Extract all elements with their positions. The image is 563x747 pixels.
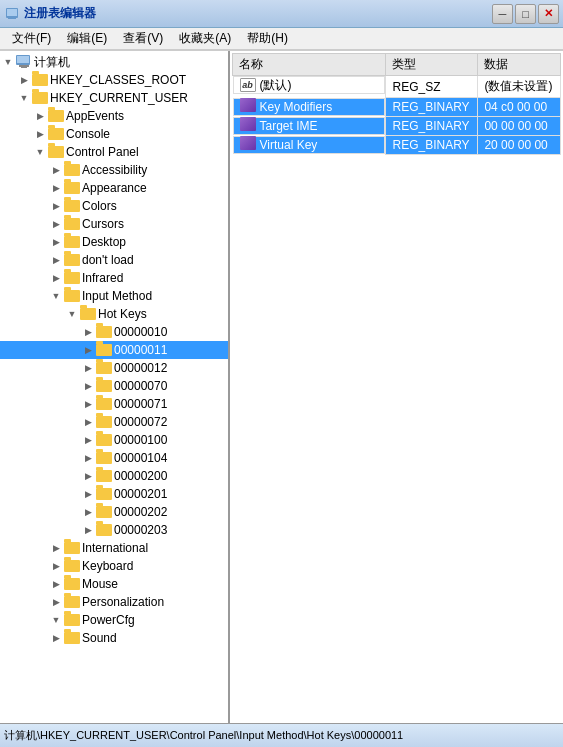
menu-item-file[interactable]: 文件(F) — [4, 28, 59, 49]
reg-cell-data-default: (数值未设置) — [478, 76, 561, 98]
tree-pane[interactable]: ▼计算机▶HKEY_CLASSES_ROOT▼HKEY_CURRENT_USER… — [0, 51, 230, 723]
tree-expand-k00000071[interactable]: ▶ — [80, 396, 96, 412]
tree-label-k00000010: 00000010 — [114, 325, 167, 339]
tree-expand-k00000104[interactable]: ▶ — [80, 450, 96, 466]
tree-item-hotkeys[interactable]: ▼Hot Keys — [0, 305, 228, 323]
menu-item-bookmarks[interactable]: 收藏夹(A) — [171, 28, 239, 49]
tree-expand-accessibility[interactable]: ▶ — [48, 162, 64, 178]
minimize-button[interactable]: ─ — [492, 4, 513, 24]
tree-item-k00000201[interactable]: ▶00000201 — [0, 485, 228, 503]
tree-item-k00000100[interactable]: ▶00000100 — [0, 431, 228, 449]
tree-item-personalization[interactable]: ▶Personalization — [0, 593, 228, 611]
tree-item-colors[interactable]: ▶Colors — [0, 197, 228, 215]
tree-item-hkcu[interactable]: ▼HKEY_CURRENT_USER — [0, 89, 228, 107]
tree-item-controlpanel[interactable]: ▼Control Panel — [0, 143, 228, 161]
close-button[interactable]: ✕ — [538, 4, 559, 24]
tree-expand-k00000012[interactable]: ▶ — [80, 360, 96, 376]
tree-item-cursors[interactable]: ▶Cursors — [0, 215, 228, 233]
tree-expand-colors[interactable]: ▶ — [48, 198, 64, 214]
tree-label-k00000200: 00000200 — [114, 469, 167, 483]
tree-expand-k00000100[interactable]: ▶ — [80, 432, 96, 448]
tree-expand-k00000200[interactable]: ▶ — [80, 468, 96, 484]
reg-row-default[interactable]: ab(默认)REG_SZ(数值未设置) — [233, 76, 561, 98]
col-header-name[interactable]: 名称 — [233, 54, 386, 76]
tree-label-k00000201: 00000201 — [114, 487, 167, 501]
tree-expand-cursors[interactable]: ▶ — [48, 216, 64, 232]
tree-expand-hotkeys[interactable]: ▼ — [64, 306, 80, 322]
window-title: 注册表编辑器 — [24, 5, 492, 22]
tree-expand-dontload[interactable]: ▶ — [48, 252, 64, 268]
tree-expand-appearance[interactable]: ▶ — [48, 180, 64, 196]
col-header-data[interactable]: 数据 — [478, 54, 561, 76]
tree-expand-infrared[interactable]: ▶ — [48, 270, 64, 286]
tree-item-k00000200[interactable]: ▶00000200 — [0, 467, 228, 485]
tree-expand-k00000201[interactable]: ▶ — [80, 486, 96, 502]
tree-expand-appevents[interactable]: ▶ — [32, 108, 48, 124]
tree-expand-sound[interactable]: ▶ — [48, 630, 64, 646]
reg-cell-data-keymodifiers: 04 c0 00 00 — [478, 98, 561, 117]
tree-item-k00000071[interactable]: ▶00000071 — [0, 395, 228, 413]
folder-icon — [96, 396, 112, 412]
status-text: 计算机\HKEY_CURRENT_USER\Control Panel\Inpu… — [4, 728, 403, 743]
tree-item-appevents[interactable]: ▶AppEvents — [0, 107, 228, 125]
tree-item-hkcr[interactable]: ▶HKEY_CLASSES_ROOT — [0, 71, 228, 89]
tree-item-international[interactable]: ▶International — [0, 539, 228, 557]
folder-icon — [64, 612, 80, 628]
tree-item-k00000011[interactable]: ▶00000011 — [0, 341, 228, 359]
folder-icon — [64, 288, 80, 304]
tree-item-powercfg[interactable]: ▼PowerCfg — [0, 611, 228, 629]
tree-item-k00000012[interactable]: ▶00000012 — [0, 359, 228, 377]
tree-item-k00000104[interactable]: ▶00000104 — [0, 449, 228, 467]
tree-item-k00000010[interactable]: ▶00000010 — [0, 323, 228, 341]
tree-expand-inputmethod[interactable]: ▼ — [48, 288, 64, 304]
tree-item-accessibility[interactable]: ▶Accessibility — [0, 161, 228, 179]
reg-row-keymodifiers[interactable]: Key ModifiersREG_BINARY04 c0 00 00 — [233, 98, 561, 117]
tree-expand-k00000202[interactable]: ▶ — [80, 504, 96, 520]
tree-expand-mouse[interactable]: ▶ — [48, 576, 64, 592]
tree-item-sound[interactable]: ▶Sound — [0, 629, 228, 647]
tree-expand-k00000072[interactable]: ▶ — [80, 414, 96, 430]
tree-expand-hkcr[interactable]: ▶ — [16, 72, 32, 88]
tree-item-mouse[interactable]: ▶Mouse — [0, 575, 228, 593]
col-header-type[interactable]: 类型 — [386, 54, 478, 76]
reg-cell-name-keymodifiers: Key Modifiers — [233, 98, 386, 116]
tree-item-infrared[interactable]: ▶Infrared — [0, 269, 228, 287]
tree-label-k00000104: 00000104 — [114, 451, 167, 465]
registry-table: 名称类型数据 ab(默认)REG_SZ(数值未设置)Key ModifiersR… — [232, 53, 561, 155]
tree-expand-k00000011[interactable]: ▶ — [80, 342, 96, 358]
menu-item-view[interactable]: 查看(V) — [115, 28, 171, 49]
tree-item-keyboard[interactable]: ▶Keyboard — [0, 557, 228, 575]
tree-expand-international[interactable]: ▶ — [48, 540, 64, 556]
tree-item-appearance[interactable]: ▶Appearance — [0, 179, 228, 197]
menu-item-edit[interactable]: 编辑(E) — [59, 28, 115, 49]
tree-expand-k00000010[interactable]: ▶ — [80, 324, 96, 340]
tree-item-dontload[interactable]: ▶don't load — [0, 251, 228, 269]
tree-item-k00000072[interactable]: ▶00000072 — [0, 413, 228, 431]
reg-row-targetime[interactable]: Target IMEREG_BINARY00 00 00 00 — [233, 117, 561, 136]
tree-item-console[interactable]: ▶Console — [0, 125, 228, 143]
tree-expand-controlpanel[interactable]: ▼ — [32, 144, 48, 160]
folder-icon — [64, 576, 80, 592]
tree-expand-hkcu[interactable]: ▼ — [16, 90, 32, 106]
maximize-button[interactable]: □ — [515, 4, 536, 24]
tree-expand-personalization[interactable]: ▶ — [48, 594, 64, 610]
tree-expand-computer[interactable]: ▼ — [0, 54, 16, 70]
tree-expand-console[interactable]: ▶ — [32, 126, 48, 142]
menu-item-help[interactable]: 帮助(H) — [239, 28, 296, 49]
binary-value-icon — [240, 136, 256, 153]
string-value-icon: ab — [240, 78, 256, 92]
tree-expand-k00000203[interactable]: ▶ — [80, 522, 96, 538]
tree-item-k00000203[interactable]: ▶00000203 — [0, 521, 228, 539]
tree-item-computer[interactable]: ▼计算机 — [0, 53, 228, 71]
tree-expand-keyboard[interactable]: ▶ — [48, 558, 64, 574]
folder-icon — [64, 198, 80, 214]
folder-icon — [96, 504, 112, 520]
tree-expand-powercfg[interactable]: ▼ — [48, 612, 64, 628]
tree-item-inputmethod[interactable]: ▼Input Method — [0, 287, 228, 305]
tree-expand-k00000070[interactable]: ▶ — [80, 378, 96, 394]
tree-expand-desktop[interactable]: ▶ — [48, 234, 64, 250]
tree-item-k00000070[interactable]: ▶00000070 — [0, 377, 228, 395]
tree-item-k00000202[interactable]: ▶00000202 — [0, 503, 228, 521]
tree-item-desktop[interactable]: ▶Desktop — [0, 233, 228, 251]
reg-row-virtualkey[interactable]: Virtual KeyREG_BINARY20 00 00 00 — [233, 136, 561, 155]
